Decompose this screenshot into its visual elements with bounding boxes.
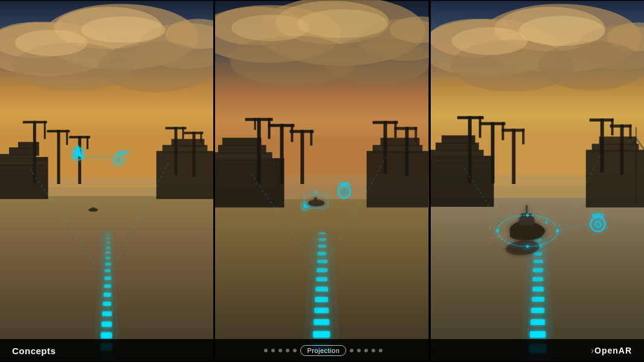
- svg-rect-94: [257, 118, 261, 183]
- panel-center: 0 WP2: [215, 0, 428, 362]
- svg-rect-39: [182, 127, 184, 139]
- bottom-right-label: ›OpenAR: [591, 346, 632, 355]
- svg-rect-27: [44, 121, 46, 139]
- svg-rect-193: [530, 319, 545, 325]
- bottom-center-nav: Projection: [264, 345, 382, 356]
- svg-rect-54: [105, 262, 111, 265]
- svg-rect-187: [610, 124, 631, 127]
- main-container: WP5: [0, 0, 644, 362]
- svg-rect-167: [468, 116, 471, 183]
- svg-rect-56: [105, 251, 111, 253]
- nav-dot-3[interactable]: [279, 349, 282, 352]
- panel-right: 1 › › WP2: [431, 0, 644, 362]
- svg-point-215: [526, 245, 529, 248]
- svg-rect-160: [436, 142, 479, 151]
- svg-rect-37: [175, 127, 178, 175]
- bottom-bar: Concepts Projection ›OpenAR: [0, 339, 644, 362]
- nav-dot-8[interactable]: [357, 349, 361, 352]
- svg-text:1: 1: [545, 219, 548, 224]
- svg-rect-50: [103, 293, 111, 297]
- svg-point-79: [324, 37, 428, 85]
- nav-dot-10[interactable]: [372, 349, 375, 352]
- svg-rect-159: [431, 150, 484, 158]
- svg-rect-171: [480, 122, 505, 125]
- svg-rect-98: [280, 124, 284, 184]
- svg-rect-199: [533, 259, 543, 263]
- svg-rect-180: [585, 150, 644, 208]
- svg-rect-170: [491, 122, 494, 183]
- nav-dot-9[interactable]: [364, 349, 368, 352]
- svg-rect-130: [319, 238, 327, 241]
- svg-rect-25: [33, 121, 36, 184]
- svg-rect-207: [519, 217, 534, 226]
- svg-rect-175: [522, 129, 524, 144]
- nav-dot-5[interactable]: [293, 349, 297, 352]
- svg-text:0: 0: [315, 190, 317, 194]
- svg-rect-52: [105, 276, 111, 280]
- nav-dot-11[interactable]: [379, 349, 382, 352]
- svg-rect-136: [315, 197, 317, 202]
- svg-rect-196: [532, 287, 544, 291]
- svg-rect-195: [532, 297, 544, 302]
- svg-rect-53: [105, 269, 111, 272]
- svg-rect-188: [629, 124, 631, 139]
- svg-rect-42: [200, 132, 202, 142]
- svg-rect-125: [317, 277, 328, 281]
- svg-rect-57: [106, 246, 111, 249]
- svg-rect-121: [314, 319, 330, 325]
- projection-pill[interactable]: Projection: [300, 345, 346, 356]
- nav-dot-4[interactable]: [286, 349, 289, 352]
- svg-rect-22: [0, 162, 48, 164]
- svg-point-81: [298, 9, 388, 38]
- svg-point-153: [451, 27, 527, 55]
- svg-rect-124: [316, 287, 329, 291]
- svg-rect-181: [591, 144, 639, 152]
- svg-rect-60: [106, 234, 110, 236]
- nav-dot-1[interactable]: [264, 349, 268, 352]
- svg-rect-126: [317, 268, 328, 272]
- bottom-left-label: Concepts: [12, 346, 56, 356]
- svg-rect-26: [23, 121, 47, 123]
- nav-dot-2[interactable]: [271, 349, 275, 352]
- svg-point-80: [231, 14, 309, 41]
- svg-rect-123: [315, 297, 329, 302]
- svg-rect-100: [291, 124, 294, 142]
- svg-point-152: [538, 41, 644, 91]
- svg-rect-88: [222, 138, 262, 146]
- svg-rect-192: [530, 331, 546, 338]
- svg-rect-158: [431, 156, 494, 207]
- nav-dot-7[interactable]: [350, 349, 353, 352]
- svg-rect-59: [106, 238, 111, 240]
- svg-rect-40: [192, 132, 195, 177]
- svg-rect-24: [0, 171, 48, 173]
- svg-rect-34: [156, 151, 214, 199]
- svg-rect-112: [373, 121, 398, 124]
- svg-rect-127: [318, 259, 328, 263]
- svg-rect-51: [104, 284, 111, 288]
- svg-rect-97: [254, 118, 256, 130]
- svg-rect-46: [101, 332, 112, 338]
- svg-rect-48: [102, 311, 112, 316]
- svg-rect-105: [373, 145, 423, 153]
- svg-rect-122: [315, 308, 329, 313]
- svg-rect-96: [268, 118, 271, 139]
- svg-rect-114: [405, 127, 409, 176]
- panel-right-scene: 1 › › WP2: [431, 0, 644, 362]
- panel-center-scene: 0 WP2: [215, 0, 428, 362]
- svg-rect-33: [86, 136, 88, 149]
- svg-rect-120: [314, 331, 330, 338]
- svg-rect-194: [531, 308, 544, 313]
- svg-rect-169: [478, 116, 481, 138]
- svg-rect-85: [215, 158, 284, 208]
- svg-rect-131: [319, 232, 326, 235]
- svg-rect-128: [318, 252, 327, 255]
- svg-rect-58: [106, 242, 111, 244]
- svg-rect-30: [66, 130, 68, 145]
- panel-left: WP5: [0, 0, 213, 362]
- svg-rect-198: [533, 268, 543, 272]
- svg-rect-55: [105, 256, 111, 259]
- svg-rect-111: [384, 121, 387, 174]
- svg-rect-23: [0, 167, 48, 168]
- svg-rect-64: [91, 208, 95, 210]
- svg-point-10: [81, 16, 165, 43]
